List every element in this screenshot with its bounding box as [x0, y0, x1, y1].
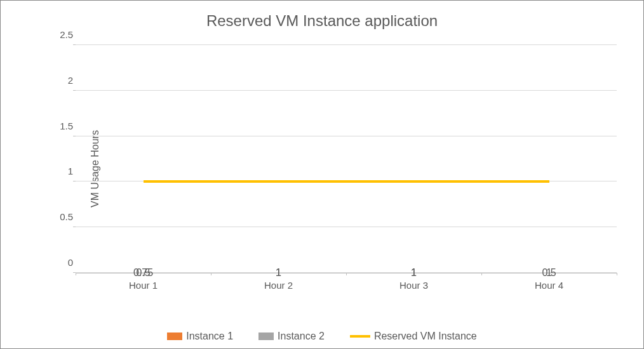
x-tick-hour-3: Hour 3	[346, 280, 481, 291]
y-tick-1-5: 1.5	[49, 120, 73, 131]
y-tick-0-5: 0.5	[49, 211, 73, 222]
legend-swatch-reserved	[350, 335, 370, 338]
y-tick-0: 0	[49, 257, 73, 268]
plot-area: 0 0.5 1 1.5 2 2.5	[76, 45, 617, 273]
x-tick-hour-2: Hour 2	[211, 280, 346, 291]
legend-swatch-instance-2	[258, 333, 274, 340]
reserved-vm-line	[144, 180, 549, 183]
x-tick-hour-1: Hour 1	[76, 280, 211, 291]
chart-frame: Reserved VM Instance application VM Usag…	[0, 0, 644, 349]
y-tick-2: 2	[49, 74, 73, 85]
legend-item-instance-1: Instance 1	[167, 331, 233, 342]
legend: Instance 1 Instance 2 Reserved VM Instan…	[1, 331, 643, 342]
legend-item-instance-2: Instance 2	[258, 331, 325, 342]
plot-wrap: VM Usage Hours 0 0.5 1 1.5 2 2.5	[45, 45, 617, 293]
legend-swatch-instance-1	[167, 333, 182, 340]
y-tick-2-5: 2.5	[49, 29, 73, 40]
chart-title: Reserved VM Instance application	[1, 1, 643, 35]
y-tick-1: 1	[49, 166, 73, 176]
legend-item-reserved: Reserved VM Instance	[350, 331, 477, 342]
x-tick-hour-4: Hour 4	[481, 280, 617, 291]
